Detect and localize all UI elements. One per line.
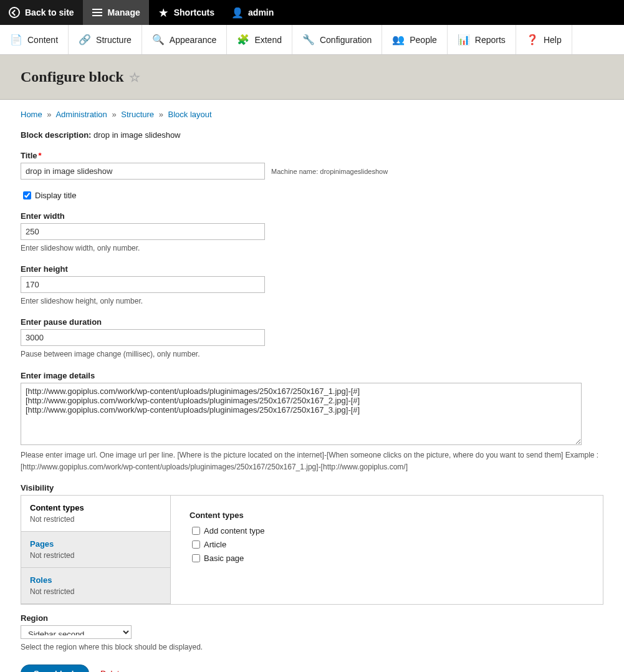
menu-configuration-label: Configuration [320,35,372,45]
region-select[interactable]: Sidebar second [21,625,132,639]
menu-appearance-label: Appearance [170,35,217,45]
form-actions: Save block Delete [21,665,603,672]
image-details-label: Enter image details [21,371,603,380]
menu-content[interactable]: 📄 Content [0,25,69,54]
pause-label: Enter pause duration [21,317,603,327]
menu-extend-label: Extend [254,35,282,45]
menu-help-label: Help [544,35,562,45]
menu-help[interactable]: ❓ Help [516,25,572,54]
field-title: Title* Machine name: dropinimageslidesho… [21,151,603,180]
height-input[interactable] [21,276,265,293]
extend-icon: 🧩 [237,34,249,46]
crumb-sep: » [112,110,116,119]
field-image-details: Enter image details Please enter image u… [21,371,603,473]
pause-help: Pause between image change (millisec), o… [21,348,603,360]
region-label: Region [21,613,603,623]
menu-reports[interactable]: 📊 Reports [448,25,516,54]
ct-checkbox[interactable] [192,527,200,535]
vt-tab-label: Content types [30,503,161,512]
vt-tab-label: Pages [30,539,161,549]
display-title-checkbox[interactable] [23,191,31,199]
page-title-text: Configure block [21,69,124,85]
crumb-block-layout[interactable]: Block layout [168,110,212,119]
vt-tab-sub: Not restricted [30,551,161,560]
crumb-administration[interactable]: Administration [55,110,107,119]
ct-option-article: Article [190,539,584,550]
block-description-label: Block description: [21,130,91,140]
vt-tab-pages[interactable]: Pages Not restricted [21,532,170,568]
breadcrumb: Home » Administration » Structure » Bloc… [21,110,603,119]
pause-input[interactable] [21,329,265,346]
display-title-label: Display title [35,191,76,200]
vt-panel: Content types Add content type Article B… [171,496,603,604]
menu-configuration[interactable]: 🔧 Configuration [292,25,382,54]
hamburger-icon [92,7,103,18]
save-button[interactable]: Save block [21,665,89,672]
ct-option-basic-page: Basic page [190,552,584,564]
ct-option-label: Article [204,540,226,549]
width-input[interactable] [21,223,265,240]
back-label: Back to site [25,7,74,17]
admin-menu: 📄 Content 🔗 Structure 🔍 Appearance 🧩 Ext… [0,25,624,55]
vt-tab-roles[interactable]: Roles Not restricted [21,568,170,604]
crumb-sep: » [159,110,163,119]
height-help: Enter slideshow height, only number. [21,295,603,307]
menu-appearance[interactable]: 🔍 Appearance [142,25,228,54]
region-help: Select the region where this block shoul… [21,641,603,653]
vt-nav: Content types Not restricted Pages Not r… [21,496,171,604]
menu-structure[interactable]: 🔗 Structure [69,25,142,54]
ct-option-label: Add content type [204,526,265,535]
delete-link[interactable]: Delete [100,669,124,672]
menu-reports-label: Reports [475,35,506,45]
menu-structure-label: Structure [96,35,132,45]
menu-extend[interactable]: 🧩 Extend [227,25,292,54]
vt-tab-sub: Not restricted [30,515,161,524]
vt-panel-title: Content types [190,511,584,520]
ct-option-add: Add content type [190,525,584,537]
vt-tab-sub: Not restricted [30,587,161,596]
manage-label: Manage [108,7,140,17]
crumb-sep: » [47,110,51,119]
structure-icon: 🔗 [79,34,91,46]
shortcuts-tab[interactable]: ★ Shortcuts [149,0,223,25]
favorite-star-icon[interactable]: ☆ [129,70,140,85]
manage-tab[interactable]: Manage [83,0,149,25]
back-to-site[interactable]: Back to site [0,0,83,25]
field-region: Region Sidebar second Select the region … [21,613,603,653]
user-label: admin [248,7,274,17]
field-width: Enter width Enter slideshow width, only … [21,211,603,254]
star-icon: ★ [158,7,169,18]
wrench-icon: 🔧 [302,34,315,46]
menu-content-label: Content [27,35,58,45]
display-title-row: Display title [21,190,603,201]
image-details-help: Please enter image url. One image url pe… [21,449,603,473]
people-icon: 👥 [392,34,405,46]
crumb-home[interactable]: Home [21,110,42,119]
appearance-icon: 🔍 [152,34,165,46]
field-pause: Enter pause duration Pause between image… [21,317,603,360]
person-icon: 👤 [232,7,243,18]
machine-name: Machine name: dropinimageslideshow [271,168,388,175]
image-details-textarea[interactable] [21,383,582,445]
block-description-value: drop in image slideshow [91,130,180,140]
title-input[interactable] [21,163,265,180]
width-label: Enter width [21,211,603,221]
ct-checkbox[interactable] [192,554,200,562]
title-area: Configure block ☆ [0,55,624,100]
field-height: Enter height Enter slideshow height, onl… [21,264,603,307]
ct-option-label: Basic page [204,554,244,563]
page-icon: 📄 [10,34,22,46]
vt-tab-label: Roles [30,575,161,585]
ct-checkbox[interactable] [192,540,200,549]
content: Home » Administration » Structure » Bloc… [0,100,624,672]
reports-icon: 📊 [458,34,470,46]
crumb-structure[interactable]: Structure [121,110,154,119]
user-tab[interactable]: 👤 admin [223,0,282,25]
shortcuts-label: Shortcuts [174,7,214,17]
back-icon [9,7,20,18]
menu-people-label: People [410,35,437,45]
visibility-tabs: Content types Not restricted Pages Not r… [21,495,603,605]
vt-tab-content-types[interactable]: Content types Not restricted [21,496,170,532]
page-title: Configure block ☆ [21,69,603,85]
menu-people[interactable]: 👥 People [382,25,448,54]
